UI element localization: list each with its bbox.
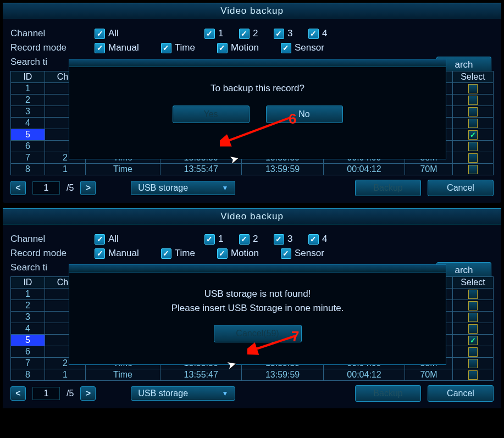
- mode-time-checkbox[interactable]: Time: [161, 42, 195, 53]
- start-cell: 13:55:47: [160, 369, 242, 381]
- id-cell: 6: [11, 141, 45, 152]
- channel-4-checkbox[interactable]: 4: [308, 234, 331, 245]
- mode-cell: Time: [86, 164, 160, 175]
- row-select-checkbox[interactable]: [468, 313, 478, 322]
- row-select-checkbox[interactable]: [468, 84, 478, 93]
- backup-button[interactable]: Backup: [355, 385, 421, 402]
- window-title: Video backup: [3, 3, 501, 19]
- mode-manual-checkbox[interactable]: Manual: [95, 42, 139, 53]
- page-number-input[interactable]: 1: [32, 387, 60, 400]
- id-cell: 2: [11, 95, 45, 106]
- row-select-checkbox[interactable]: [468, 130, 478, 140]
- id-cell: 1: [11, 83, 45, 95]
- select-cell[interactable]: [452, 289, 493, 300]
- row-select-checkbox[interactable]: [468, 301, 478, 311]
- mode-motion-checkbox[interactable]: Motion: [217, 248, 259, 259]
- storage-dropdown[interactable]: USB storage▼: [131, 181, 235, 195]
- table-row[interactable]: 81Time13:55:4713:59:5900:04:1270M: [11, 369, 494, 381]
- select-cell[interactable]: [452, 106, 493, 118]
- dialog-titlebar: [69, 59, 446, 67]
- dialog-cancel-countdown-button[interactable]: Cancel(59): [214, 325, 302, 342]
- col-select: Select: [452, 277, 493, 289]
- row-select-checkbox[interactable]: [468, 370, 478, 380]
- size-cell: 70M: [405, 369, 453, 381]
- row-select-checkbox[interactable]: [468, 359, 478, 368]
- select-cell[interactable]: [452, 312, 493, 323]
- mode-manual-checkbox[interactable]: Manual: [95, 248, 139, 259]
- channel-1-checkbox[interactable]: 1: [204, 28, 227, 39]
- channel-2-checkbox[interactable]: 2: [239, 234, 262, 245]
- select-cell[interactable]: [452, 300, 493, 312]
- prev-page-button[interactable]: <: [10, 181, 26, 195]
- channel-all-checkbox[interactable]: All: [95, 28, 119, 39]
- page-total: /5: [67, 389, 74, 398]
- record-mode-label: Record mode: [10, 248, 90, 259]
- id-cell: 8: [11, 164, 45, 175]
- page-number-input[interactable]: 1: [32, 181, 60, 195]
- channel-3-checkbox[interactable]: 3: [274, 234, 296, 245]
- dialog-titlebar: [69, 265, 446, 273]
- select-cell[interactable]: [452, 369, 493, 381]
- prev-page-button[interactable]: <: [10, 386, 26, 401]
- storage-dropdown[interactable]: USB storage▼: [131, 386, 235, 401]
- select-cell[interactable]: [452, 358, 493, 369]
- ch-cell: 1: [45, 369, 85, 381]
- mode-time-checkbox[interactable]: Time: [161, 248, 195, 259]
- size-cell: 70M: [405, 164, 453, 175]
- cancel-button[interactable]: Cancel: [428, 385, 494, 402]
- video-backup-window-2: Video backup Channel All 1 2 3 4 Record …: [2, 208, 502, 409]
- chevron-down-icon: ▼: [221, 390, 228, 397]
- row-select-checkbox[interactable]: [468, 336, 478, 345]
- end-cell: 13:59:59: [242, 164, 323, 175]
- row-select-checkbox[interactable]: [468, 290, 478, 299]
- select-cell[interactable]: [452, 323, 493, 335]
- channel-1-checkbox[interactable]: 1: [204, 234, 227, 245]
- table-row[interactable]: 81Time13:55:4713:59:5900:04:1270M: [11, 164, 494, 175]
- next-page-button[interactable]: >: [80, 386, 96, 401]
- channel-label: Channel: [10, 28, 90, 39]
- confirm-backup-dialog: To backup this record? Yes No: [69, 59, 446, 159]
- id-cell: 6: [11, 346, 45, 358]
- select-cell[interactable]: [452, 118, 493, 129]
- backup-button[interactable]: Backup: [355, 180, 421, 196]
- channel-all-checkbox[interactable]: All: [95, 234, 119, 245]
- dialog-yes-button[interactable]: Yes: [173, 106, 250, 123]
- row-select-checkbox[interactable]: [468, 347, 478, 357]
- channel-4-checkbox[interactable]: 4: [308, 28, 331, 39]
- chevron-down-icon: ▼: [221, 184, 228, 192]
- select-cell[interactable]: [452, 129, 493, 141]
- ch-cell: 1: [45, 164, 85, 175]
- mode-motion-checkbox[interactable]: Motion: [217, 42, 259, 53]
- row-select-checkbox[interactable]: [468, 324, 478, 334]
- dialog-message: To backup this record?: [75, 81, 440, 96]
- video-backup-window-1: Video backup Channel All 1 2 3 4 Record …: [2, 2, 502, 203]
- usb-not-found-dialog: USB storage is not found! Please insert …: [69, 264, 446, 365]
- select-cell[interactable]: [452, 346, 493, 358]
- id-cell: 4: [11, 118, 45, 129]
- row-select-checkbox[interactable]: [468, 96, 478, 105]
- next-page-button[interactable]: >: [80, 181, 96, 195]
- channel-2-checkbox[interactable]: 2: [239, 28, 262, 39]
- id-cell: 3: [11, 106, 45, 118]
- mode-cell: Time: [86, 369, 160, 381]
- dialog-no-button[interactable]: No: [266, 106, 343, 123]
- row-select-checkbox[interactable]: [468, 153, 478, 163]
- select-cell[interactable]: [452, 83, 493, 95]
- select-cell[interactable]: [452, 164, 493, 175]
- select-cell[interactable]: [452, 152, 493, 164]
- row-select-checkbox[interactable]: [468, 142, 478, 151]
- id-cell: 1: [11, 289, 45, 300]
- row-select-checkbox[interactable]: [468, 107, 478, 117]
- mode-sensor-checkbox[interactable]: Sensor: [281, 248, 324, 259]
- select-cell[interactable]: [452, 95, 493, 106]
- mode-sensor-checkbox[interactable]: Sensor: [281, 42, 324, 53]
- select-cell[interactable]: [452, 335, 493, 346]
- col-id: ID: [11, 277, 45, 289]
- id-cell: 4: [11, 323, 45, 335]
- row-select-checkbox[interactable]: [468, 119, 478, 128]
- row-select-checkbox[interactable]: [468, 165, 478, 174]
- cancel-button[interactable]: Cancel: [428, 180, 494, 196]
- select-cell[interactable]: [452, 141, 493, 152]
- channel-3-checkbox[interactable]: 3: [274, 28, 296, 39]
- col-id: ID: [11, 71, 45, 83]
